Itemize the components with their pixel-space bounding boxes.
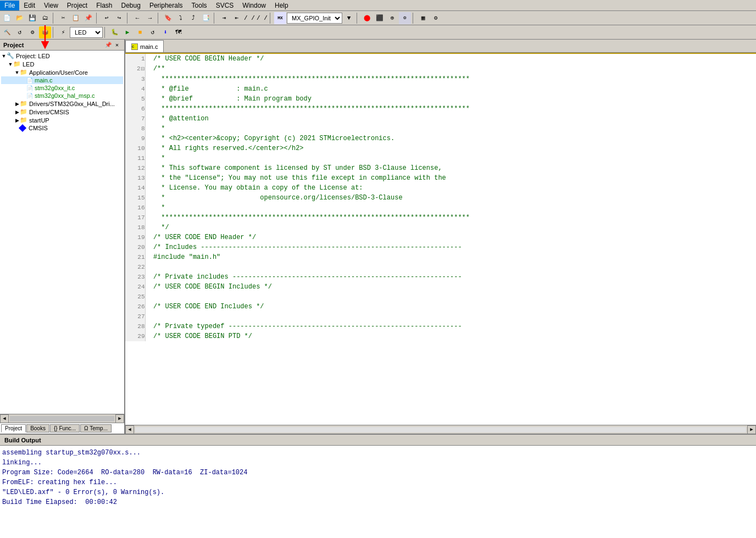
manage-components-button[interactable]: 📦 bbox=[39, 26, 51, 38]
bookmark-button[interactable]: 🔖 bbox=[162, 12, 174, 24]
build-line: FromELF: creating hex file... bbox=[2, 478, 754, 487]
cut-button[interactable]: ✂ bbox=[57, 12, 69, 24]
panel-close-icon[interactable]: ✕ bbox=[113, 41, 121, 49]
menu-window[interactable]: Window bbox=[238, 1, 270, 10]
uncomment-button[interactable]: / / bbox=[256, 12, 268, 24]
project-panel-controls: 📌 ✕ bbox=[104, 41, 121, 49]
more-button[interactable]: ⊕ bbox=[386, 12, 398, 24]
menu-flash[interactable]: Flash bbox=[92, 1, 116, 10]
unindent-button[interactable]: ⇤ bbox=[231, 12, 243, 24]
line-number: 1 bbox=[125, 54, 145, 64]
code-line-8: 8 * bbox=[125, 124, 756, 134]
code-content: ****************************************… bbox=[145, 104, 756, 114]
paste-button[interactable]: 📌 bbox=[82, 12, 94, 24]
menu-project[interactable]: Project bbox=[63, 1, 92, 10]
scroll-right-btn[interactable]: ▶ bbox=[115, 414, 124, 423]
tree-item-startup[interactable]: ▶ 📁 startUP bbox=[1, 116, 123, 124]
code-line-15: 15 * opensource.org/licenses/BSD-3-Claus… bbox=[125, 193, 756, 203]
settings-button[interactable]: ⚙ bbox=[430, 12, 442, 24]
stop-button[interactable]: ⬛ bbox=[374, 12, 386, 24]
debug-reset-button[interactable]: ↺ bbox=[147, 26, 159, 38]
debug-map-button[interactable]: 🗺 bbox=[172, 26, 184, 38]
open-button[interactable]: 📂 bbox=[14, 12, 26, 24]
nav-forward-button[interactable]: → bbox=[144, 12, 156, 24]
tree-item-drivers-cmsis[interactable]: ▶ 📁 Drivers/CMSIS bbox=[1, 108, 123, 116]
comment-button[interactable]: / / bbox=[243, 12, 255, 24]
new-file-button[interactable]: 📄 bbox=[1, 12, 13, 24]
tree-item-main-c[interactable]: 📄 main.c bbox=[1, 76, 123, 84]
separator2 bbox=[96, 13, 99, 24]
undo-button[interactable]: ↩ bbox=[101, 12, 113, 24]
build-output-content[interactable]: assembling startup_stm32g070xx.s...linki… bbox=[0, 446, 756, 538]
bookmark-next-button[interactable]: ⤵ bbox=[175, 12, 187, 24]
scroll-left-btn[interactable]: ◀ bbox=[0, 414, 9, 423]
ioc-icon[interactable]: MX bbox=[274, 12, 286, 24]
menu-tools[interactable]: Tools bbox=[187, 1, 212, 10]
tree-item-project-led[interactable]: ▼ 🔧 Project: LED bbox=[1, 52, 123, 60]
target-button[interactable]: ⬤ bbox=[361, 12, 373, 24]
tree-label-project: Project: LED bbox=[16, 53, 50, 59]
tree-toggle[interactable]: ▼ bbox=[1, 53, 7, 59]
debug-run-button[interactable]: ▶ bbox=[121, 26, 134, 38]
line-number: 3 bbox=[125, 74, 145, 84]
copy-button[interactable]: 📋 bbox=[70, 12, 82, 24]
editor-content[interactable]: 1 /* USER CODE BEGIN Header */2⊟ /**3 **… bbox=[125, 53, 756, 425]
bookmark-prev-button[interactable]: ⤴ bbox=[187, 12, 199, 24]
separator10 bbox=[104, 27, 107, 38]
translate-button[interactable]: ⚡ bbox=[57, 26, 69, 38]
code-content: /* USER CODE BEGIN PTD */ bbox=[145, 331, 756, 341]
tree-item-cmsis[interactable]: CMSIS bbox=[1, 124, 123, 132]
function-dropdown[interactable]: MX_GPIO_Init bbox=[287, 13, 342, 24]
tree-toggle-app[interactable]: ▼ bbox=[14, 70, 20, 75]
target-dropdown[interactable]: LED bbox=[70, 27, 103, 38]
tree-item-app-core[interactable]: ▼ 📁 Application/User/Core bbox=[1, 68, 123, 76]
debug-session-button[interactable]: 🐛 bbox=[109, 26, 121, 38]
bookmark-all-button[interactable]: 📑 bbox=[200, 12, 212, 24]
menu-edit[interactable]: Edit bbox=[19, 1, 40, 10]
menu-view[interactable]: View bbox=[40, 1, 63, 10]
tab-functions[interactable]: {} Func... bbox=[50, 424, 80, 432]
line-number: 26 bbox=[125, 302, 145, 312]
code-content: * bbox=[145, 153, 756, 163]
editor-hscroll[interactable]: ◀ ▶ bbox=[125, 425, 756, 434]
target-options-button[interactable]: ⚙ bbox=[26, 26, 38, 38]
menu-peripherals[interactable]: Peripherals bbox=[145, 1, 187, 10]
save-all-button[interactable]: 🗂 bbox=[39, 12, 51, 24]
editor-scroll-right[interactable]: ▶ bbox=[747, 425, 756, 434]
tab-project[interactable]: Project bbox=[1, 424, 26, 432]
menu-svcs[interactable]: SVCS bbox=[212, 1, 238, 10]
tree-item-msp-c[interactable]: 📄 stm32g0xx_hal_msp.c bbox=[1, 92, 123, 99]
code-content: /** bbox=[145, 64, 756, 74]
redo-button[interactable]: ↪ bbox=[113, 12, 125, 24]
menu-help[interactable]: Help bbox=[270, 1, 293, 10]
tree-item-drivers-hal[interactable]: ▶ 📁 Drivers/STM32G0xx_HAL_Dri... bbox=[1, 99, 123, 108]
menu-debug[interactable]: Debug bbox=[117, 1, 145, 10]
tab-templates[interactable]: Ω Temp... bbox=[80, 424, 112, 432]
panel-pin-icon[interactable]: 📌 bbox=[104, 41, 112, 49]
code-line-11: 11 * bbox=[125, 153, 756, 163]
tab-books[interactable]: Books bbox=[26, 424, 49, 432]
debug-isp-button[interactable]: ⬇ bbox=[159, 26, 171, 38]
tree-label-led: LED bbox=[23, 61, 34, 68]
project-hscroll[interactable]: ◀ ▶ bbox=[0, 414, 124, 423]
nav-back-button[interactable]: ← bbox=[131, 12, 143, 24]
scroll-track[interactable] bbox=[10, 416, 114, 421]
dropdown-arrow[interactable]: ▼ bbox=[343, 12, 355, 24]
tree-item-led[interactable]: ▼ 📁 LED bbox=[1, 60, 123, 68]
rebuild-button[interactable]: ↺ bbox=[14, 26, 26, 38]
menu-file[interactable]: File bbox=[0, 1, 19, 10]
build-button[interactable]: 🔨 bbox=[1, 26, 13, 38]
editor-scroll-track[interactable] bbox=[135, 427, 746, 432]
tree-item-it-c[interactable]: 📄 stm32g0xx_it.c bbox=[1, 84, 123, 92]
tab-main-c[interactable]: c main.c bbox=[125, 40, 164, 52]
indent-button[interactable]: ⇥ bbox=[218, 12, 230, 24]
debug-stop-button[interactable]: ■ bbox=[134, 26, 146, 38]
config-button[interactable]: ⚙ bbox=[399, 12, 411, 24]
save-button[interactable]: 💾 bbox=[26, 12, 38, 24]
project-panel: Project 📌 ✕ ▼ 🔧 Project: LED ▼ 📁 LED bbox=[0, 40, 125, 434]
editor-scroll-left[interactable]: ◀ bbox=[125, 425, 134, 434]
tree-toggle-led[interactable]: ▼ bbox=[8, 62, 13, 67]
separator8 bbox=[413, 13, 415, 24]
build-line: assembling startup_stm32g070xx.s... bbox=[2, 448, 754, 458]
layout-button[interactable]: ▦ bbox=[417, 12, 429, 24]
